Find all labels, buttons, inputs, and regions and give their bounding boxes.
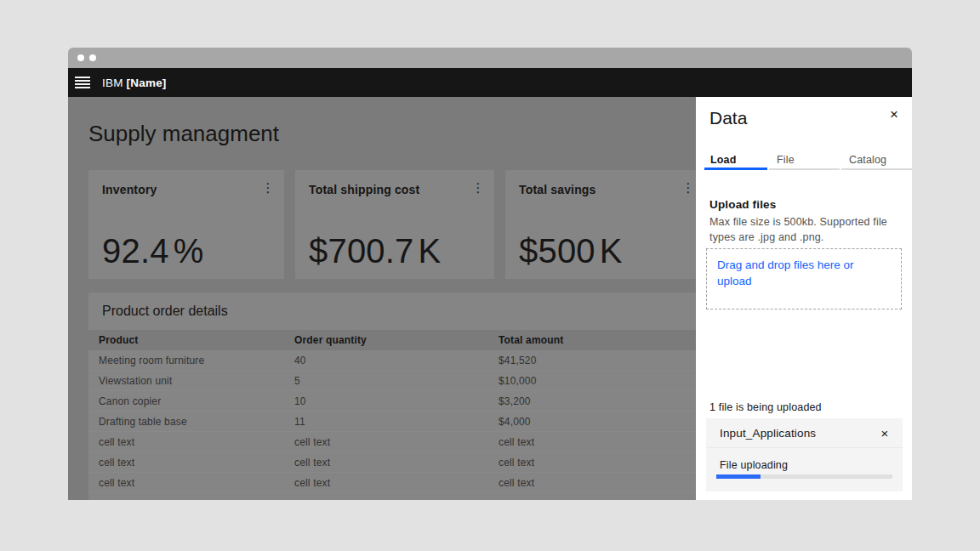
hamburger-menu-button[interactable] bbox=[68, 68, 97, 97]
modal-overlay[interactable] bbox=[68, 97, 696, 500]
upload-files-heading: Upload files bbox=[709, 198, 776, 211]
file-name-row: Input_Applications × bbox=[706, 418, 903, 448]
tab-file[interactable]: File bbox=[769, 150, 840, 170]
close-icon[interactable]: × bbox=[883, 104, 905, 126]
file-upload-state-label: File uploading bbox=[720, 459, 788, 471]
window-titlebar bbox=[68, 48, 912, 68]
tab-catalog[interactable]: Catalog bbox=[841, 150, 912, 170]
brand-prefix: IBM bbox=[102, 77, 123, 89]
brand-suffix: [Name] bbox=[127, 77, 167, 89]
app-header: IBM[Name] bbox=[68, 68, 912, 97]
uploading-file-item: Input_Applications × File uploading bbox=[706, 418, 903, 491]
window-control-dot[interactable] bbox=[77, 54, 84, 61]
upload-status-message: 1 file is being uploaded bbox=[709, 401, 822, 413]
upload-progress-fill bbox=[716, 474, 761, 479]
panel-tabs: Load File Catalog bbox=[704, 150, 912, 170]
file-dropzone[interactable]: Drag and drop files here or upload bbox=[706, 248, 902, 310]
app-window: IBM[Name] Supply managment Inventory ⋮ 9… bbox=[68, 48, 912, 500]
data-side-panel: Data × Load File Catalog Upload files Ma… bbox=[696, 97, 912, 500]
panel-title: Data bbox=[709, 108, 747, 128]
window-control-dot[interactable] bbox=[89, 54, 96, 61]
upload-progress-bar bbox=[716, 474, 892, 479]
dropzone-upload-link[interactable]: Drag and drop files here or upload bbox=[717, 257, 870, 289]
header-brand: IBM[Name] bbox=[102, 77, 167, 89]
tab-load[interactable]: Load bbox=[704, 150, 767, 170]
file-name: Input_Applications bbox=[720, 427, 816, 440]
cancel-upload-icon[interactable]: × bbox=[875, 423, 894, 442]
menu-icon bbox=[75, 77, 90, 88]
main-content: Supply managment Inventory ⋮ 92.4% Total… bbox=[68, 97, 696, 500]
upload-files-description: Max file size is 500kb. Supported file t… bbox=[709, 214, 904, 245]
